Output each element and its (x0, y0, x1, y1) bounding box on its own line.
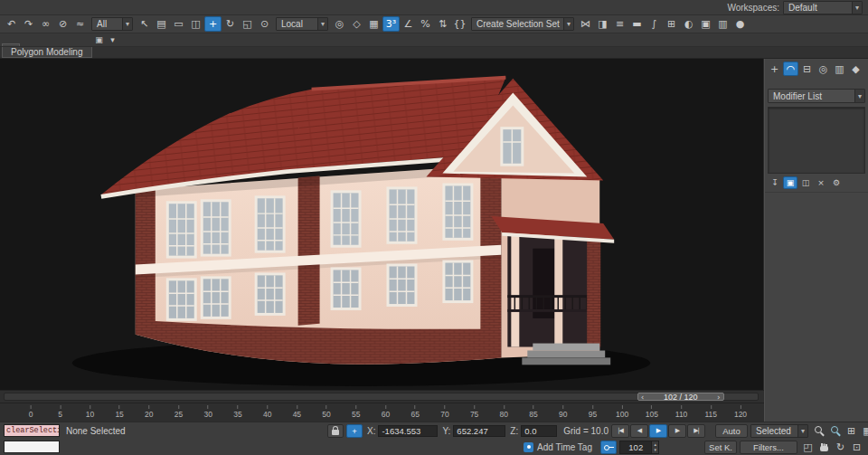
motion-tab-icon[interactable]: ◎ (816, 62, 831, 76)
spinner-snap-icon[interactable]: ⇅ (434, 16, 451, 32)
menu-item[interactable] (148, 6, 157, 8)
absolute-mode-toggle-icon[interactable]: + (346, 424, 363, 438)
go-to-end-icon[interactable]: ▶| (687, 424, 705, 438)
menu-item[interactable] (22, 6, 31, 8)
set-key-filter-dropdown[interactable]: Selected ▾ (750, 424, 808, 438)
layer-manager-icon[interactable]: ≡ (611, 16, 628, 32)
bind-to-space-warp-icon[interactable]: ≈ (71, 16, 89, 32)
material-editor-icon[interactable]: ◐ (680, 16, 697, 32)
time-slider[interactable]: ‹ 102 / 120 › (0, 390, 764, 403)
add-time-tag-button[interactable]: Add Time Tag (537, 442, 592, 452)
select-and-rotate-icon[interactable]: ↻ (222, 16, 239, 32)
menu-item[interactable] (94, 6, 103, 8)
zoom-extents-all-icon[interactable]: ▦ (860, 423, 868, 438)
snaps-toggle-icon[interactable]: 3³ (382, 16, 400, 32)
show-end-result-icon[interactable]: ▣ (783, 176, 797, 189)
menu-item[interactable] (4, 6, 13, 8)
zoom-region-icon[interactable]: ◰ (800, 440, 816, 454)
pin-stack-icon[interactable]: ↧ (768, 176, 782, 189)
ribbon-minimize-icon[interactable]: ▾ (106, 34, 119, 46)
coordinate-system-dropdown[interactable]: Local ▾ (276, 17, 328, 31)
x-coordinate-field[interactable]: -1634.553 (378, 425, 438, 437)
zoom-icon[interactable] (811, 423, 826, 438)
maxscript-listener-line2[interactable] (4, 441, 60, 453)
schematic-view-icon[interactable]: ⊞ (663, 16, 680, 32)
redo-icon[interactable]: ↷ (20, 16, 37, 32)
orbit-icon[interactable]: ↻ (833, 440, 848, 454)
select-and-link-icon[interactable]: ∞ (37, 16, 54, 32)
maximize-viewport-icon[interactable]: ⊡ (849, 440, 864, 454)
set-key-button[interactable]: Set K. (704, 441, 737, 454)
render-production-icon[interactable]: ● (731, 16, 749, 32)
current-frame-field[interactable]: 102 ▴ ▾ (619, 441, 659, 454)
menu-item[interactable] (58, 6, 67, 8)
unlink-selection-icon[interactable]: ⊘ (54, 16, 71, 32)
modify-tab-icon[interactable]: ◠ (783, 62, 798, 76)
select-and-place-icon[interactable]: ⊙ (256, 16, 273, 32)
keyboard-shortcut-override-icon[interactable]: ▦ (365, 16, 382, 32)
use-pivot-point-center-icon[interactable]: ◎ (331, 16, 348, 32)
modifier-list-dropdown[interactable]: Modifier List ▾ (768, 89, 865, 103)
ribbon-toggle-icon[interactable]: ▬ (628, 16, 646, 32)
frame-spinner[interactable]: ▴ ▾ (651, 441, 658, 453)
angle-snap-icon[interactable]: ∠ (400, 16, 417, 32)
named-selection-sets-icon[interactable]: {} (451, 16, 468, 32)
y-coordinate-field[interactable]: 652.247 (453, 425, 505, 437)
ribbon-tab[interactable] (72, 44, 89, 46)
next-frame-icon[interactable]: ▶ (668, 424, 686, 438)
select-and-manipulate-icon[interactable]: ◇ (348, 16, 365, 32)
create-tab-icon[interactable]: + (767, 62, 782, 76)
ribbon-tab[interactable] (55, 44, 71, 46)
configure-modifier-sets-icon[interactable]: ⚙ (829, 176, 844, 189)
select-and-move-icon[interactable]: + (204, 16, 222, 32)
menu-item[interactable] (130, 6, 139, 8)
ribbon-config-icon[interactable]: ▣ (92, 34, 106, 46)
ribbon-tab[interactable] (21, 44, 37, 46)
previous-frame-icon[interactable]: ◀ (630, 424, 648, 438)
menu-item[interactable] (121, 6, 130, 8)
percent-snap-icon[interactable]: % (417, 16, 434, 32)
select-and-scale-icon[interactable]: ◱ (239, 16, 256, 32)
z-coordinate-field[interactable]: 0.0 (521, 425, 557, 437)
menu-item[interactable] (40, 6, 49, 8)
remove-modifier-icon[interactable]: × (814, 176, 828, 189)
window-crossing-icon[interactable]: ◫ (187, 16, 204, 32)
menu-item[interactable] (85, 6, 94, 8)
go-to-start-icon[interactable]: |◀ (611, 424, 629, 438)
ribbon-tab[interactable] (38, 44, 54, 46)
align-icon[interactable]: ◨ (594, 16, 611, 32)
zoom-extents-icon[interactable]: ⊞ (844, 423, 859, 438)
menu-item[interactable] (67, 6, 76, 8)
ribbon-tab[interactable] (2, 43, 20, 46)
auto-key-button[interactable]: Auto (715, 424, 748, 438)
rectangular-selection-region-icon[interactable]: ▭ (170, 16, 187, 32)
viewport-3d[interactable] (0, 59, 764, 390)
render-setup-icon[interactable]: ▣ (697, 16, 714, 32)
spinner-down-icon[interactable]: ▾ (652, 447, 658, 452)
menu-item[interactable] (139, 6, 148, 8)
named-selection-set-dropdown[interactable]: Create Selection Set ▾ (471, 17, 574, 31)
menu-item[interactable] (49, 6, 58, 8)
modifier-stack[interactable] (768, 107, 865, 174)
mirror-icon[interactable]: ⋈ (577, 16, 594, 32)
menu-item[interactable] (13, 6, 22, 8)
next-frame-arrow-icon[interactable]: › (717, 393, 721, 402)
workspace-select[interactable]: Default ▾ (783, 1, 863, 14)
track-bar[interactable]: 0 5 10 15 20 (0, 403, 764, 422)
ribbon-panel-polygon-modeling[interactable]: Polygon Modeling (2, 47, 92, 58)
time-slider-handle[interactable]: ‹ 102 / 120 › (637, 393, 724, 401)
menu-item[interactable] (112, 6, 121, 8)
time-slider-track[interactable]: ‹ 102 / 120 › (4, 393, 759, 401)
select-object-icon[interactable]: ↖ (136, 16, 153, 32)
select-by-name-icon[interactable]: ▤ (153, 16, 170, 32)
selection-filter-dropdown[interactable]: All ▾ (91, 17, 133, 31)
hierarchy-tab-icon[interactable]: ⊟ (799, 62, 815, 76)
play-animation-icon[interactable]: ▶ (649, 424, 667, 438)
selection-lock-icon[interactable] (327, 424, 344, 438)
key-filters-button[interactable]: Filters... (740, 441, 797, 454)
make-unique-icon[interactable]: ◫ (798, 176, 813, 189)
maxscript-listener-line1[interactable]: clearSelection (4, 424, 60, 437)
menu-item[interactable] (31, 6, 40, 8)
undo-icon[interactable]: ↶ (3, 16, 20, 32)
display-tab-icon[interactable]: ▥ (832, 62, 847, 76)
